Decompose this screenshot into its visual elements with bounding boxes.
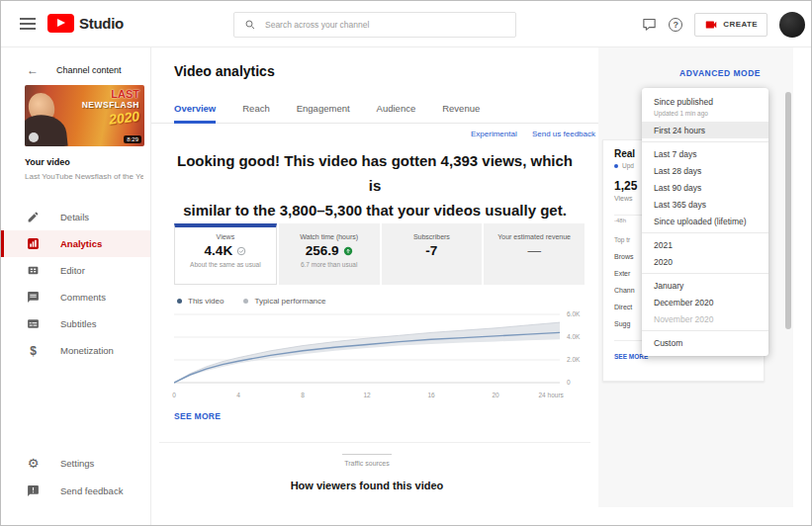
search-input[interactable] (265, 20, 505, 30)
metric-card-your-estimated-revenue[interactable]: Your estimated revenue— (484, 223, 585, 285)
analytics-icon (27, 237, 40, 250)
tab-audience[interactable]: Audience (377, 95, 416, 123)
sidebar-item-label: Settings (60, 458, 94, 469)
chart-block: 6.0K4.0K2.0K004812162024 hours (174, 310, 609, 409)
search-box[interactable] (233, 12, 516, 38)
editor-icon (27, 264, 40, 277)
dropdown-item-label: November 2020 (654, 314, 757, 324)
sidebar-item-details[interactable]: Details (1, 204, 150, 230)
metric-card-subscribers[interactable]: Subscribers-7 (382, 223, 483, 285)
sidebar-item-label: Comments (60, 292, 106, 303)
dropdown-item-custom[interactable]: Custom (642, 334, 768, 351)
metric-value: — (484, 243, 585, 258)
sidebar-item-monetization[interactable]: $Monetization (1, 337, 150, 364)
metric-value-text: -7 (425, 243, 437, 258)
send-us-feedback-link[interactable]: Send us feedback (532, 130, 595, 138)
sidebar-item-comments[interactable]: Comments (1, 284, 150, 310)
x-axis-tick: 8 (301, 392, 305, 398)
thumbnail-text: LAST NEWSFLASH 2020 (82, 89, 139, 127)
metric-card-views[interactable]: Views4.4KAbout the same as usual (174, 223, 277, 285)
video-camera-icon (704, 18, 718, 32)
legend-item-this-video[interactable]: This video (177, 297, 224, 306)
dropdown-item-last-365-days[interactable]: Last 365 days (642, 196, 768, 213)
pencil-icon (27, 211, 40, 223)
metric-subtext: 6.7 more than usual (279, 261, 380, 268)
youtube-studio-logo[interactable]: Studio (47, 14, 124, 33)
see-more-link[interactable]: SEE MORE (174, 411, 221, 421)
dropdown-item-2021[interactable]: 2021 (642, 236, 768, 253)
sidebar-item-settings[interactable]: ⚙Settings (1, 449, 150, 477)
sidebar-item-label: Editor (60, 265, 85, 276)
sidebar-menu: DetailsAnalyticsEditorCommentsSubtitles$… (1, 204, 150, 364)
dropdown-item-label: Since published (654, 97, 757, 107)
thumbnail-badge (29, 132, 39, 142)
experimental-row: Experimental Send us feedback (151, 130, 595, 138)
back-to-channel-content[interactable]: ← Channel content (27, 63, 122, 77)
card-divider (159, 442, 590, 443)
sidebar-item-analytics[interactable]: Analytics (1, 230, 150, 257)
sidebar-item-editor[interactable]: Editor (1, 257, 150, 284)
x-axis-tick: 4 (236, 392, 240, 398)
gear-icon: ⚙ (27, 457, 40, 470)
dropdown-item-november-2020: November 2020 (642, 310, 768, 327)
sidebar-item-label: Subtitles (60, 318, 96, 329)
metric-value: -7 (382, 243, 483, 258)
realtime-status-label: Upd (622, 162, 634, 169)
sidebar-item-send-feedback[interactable]: Send feedback (1, 477, 150, 504)
experimental-badge[interactable]: Experimental (471, 130, 517, 138)
dropdown-item-december-2020[interactable]: December 2020 (642, 294, 768, 310)
dropdown-item-label: Since uploaded (lifetime) (654, 217, 757, 226)
dropdown-item-since-published[interactable]: Since publishedUpdated 1 min ago (642, 93, 768, 122)
sidebar-item-label: Details (60, 212, 89, 222)
main-content: Video analytics ADVANCED MODE OverviewRe… (151, 47, 811, 525)
dropdown-item-label: Custom (654, 338, 757, 348)
dropdown-item-2020[interactable]: 2020 (642, 253, 768, 270)
metric-value-text: — (527, 243, 541, 258)
metric-card-watch-time-hours[interactable]: Watch time (hours)256.96.7 more than usu… (279, 223, 380, 285)
metric-cards: Views4.4KAbout the same as usualWatch ti… (174, 223, 585, 285)
dropdown-item-label: First 24 hours (654, 126, 757, 135)
hamburger-menu-icon[interactable] (20, 18, 36, 30)
metric-label: Watch time (hours) (279, 233, 380, 240)
dropdown-divider (642, 273, 768, 274)
metric-value-text: 256.9 (306, 243, 339, 258)
dropdown-divider (642, 232, 768, 233)
back-label: Channel content (56, 65, 122, 75)
dropdown-item-since-uploaded-lifetime[interactable]: Since uploaded (lifetime) (642, 213, 768, 229)
video-thumbnail[interactable]: LAST NEWSFLASH 2020 8:29 (25, 85, 144, 146)
tab-overview[interactable]: Overview (174, 95, 216, 123)
search-icon (244, 19, 256, 31)
dropdown-item-last-90-days[interactable]: Last 90 days (642, 179, 768, 196)
sidebar: ← Channel content LAST NEWSFLASH 2020 8:… (1, 47, 151, 525)
advanced-mode-link[interactable]: ADVANCED MODE (679, 68, 761, 78)
sidebar-item-subtitles[interactable]: Subtitles (1, 310, 150, 337)
video-title: Last YouTube Newsflash of the Yea... (25, 172, 143, 181)
legend-item-typical-performance[interactable]: Typical performance (243, 297, 325, 306)
dropdown-item-january[interactable]: January (642, 277, 768, 294)
tab-engagement[interactable]: Engagement (297, 95, 350, 123)
help-icon[interactable]: ? (669, 18, 682, 32)
your-video-label: Your video (25, 157, 70, 167)
tab-reach[interactable]: Reach (242, 95, 269, 123)
y-axis-tick: 0 (567, 379, 571, 386)
metric-value-text: 4.4K (205, 243, 233, 258)
metric-value: 4.4K (175, 243, 276, 258)
date-range-dropdown: Since publishedUpdated 1 min agoFirst 24… (642, 88, 768, 356)
dropdown-item-first-24-hours[interactable]: First 24 hours (642, 122, 768, 138)
sidebar-item-label: Monetization (60, 345, 114, 356)
tab-revenue[interactable]: Revenue (442, 95, 480, 123)
y-axis-tick: 2.0K (567, 356, 580, 363)
account-avatar[interactable] (779, 12, 805, 38)
page-title: Video analytics (174, 63, 275, 79)
back-arrow-icon: ← (27, 63, 39, 77)
dropdown-item-sublabel: Updated 1 min ago (654, 109, 757, 119)
monetization-icon: $ (27, 344, 40, 357)
feedback-bubble-icon[interactable] (641, 17, 657, 33)
dropdown-item-last-28-days[interactable]: Last 28 days (642, 162, 768, 179)
dropdown-item-last-7-days[interactable]: Last 7 days (642, 145, 768, 162)
dropdown-scrollbar[interactable] (785, 92, 791, 329)
dropdown-item-label: December 2020 (654, 298, 757, 307)
subtitles-icon (27, 317, 40, 330)
create-button[interactable]: CREATE (694, 13, 767, 37)
performance-chart (174, 310, 560, 388)
